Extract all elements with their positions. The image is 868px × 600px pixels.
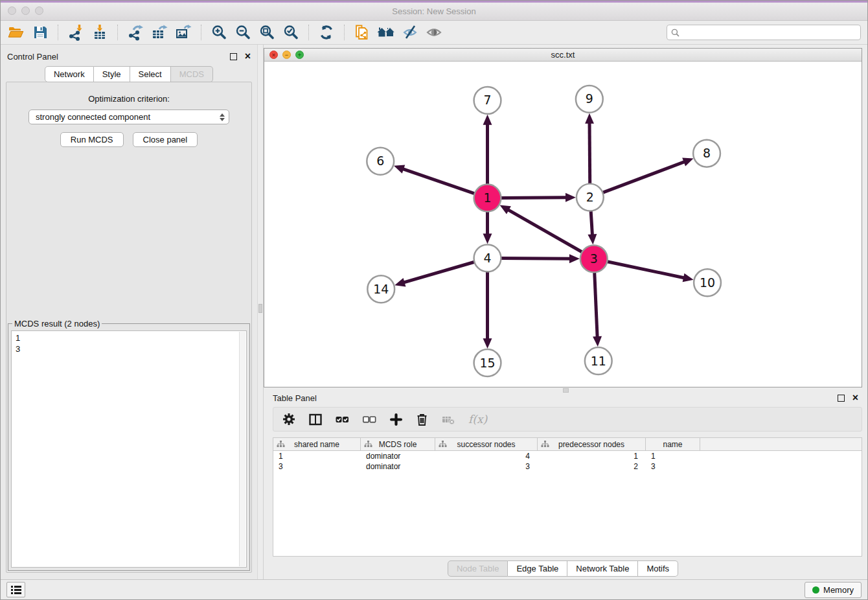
table-cell[interactable]: 3 (273, 461, 361, 472)
table-cell[interactable]: 1 (646, 451, 700, 461)
search-box[interactable] (667, 25, 861, 40)
close-panel-button[interactable]: × (852, 394, 858, 402)
graph-edge-1-6[interactable] (402, 168, 475, 194)
zoom-fit-icon (258, 24, 275, 41)
graph-edge-2-9[interactable] (589, 122, 590, 185)
zoom-in-button[interactable] (210, 23, 228, 41)
zoom-selected-button[interactable] (282, 23, 300, 41)
result-scrollbar[interactable] (239, 332, 246, 566)
column-settings-button[interactable] (282, 413, 295, 426)
delete-columns-button[interactable] (416, 413, 428, 426)
select-all-button[interactable] (336, 413, 349, 426)
zoom-fit-button[interactable] (258, 23, 276, 41)
export-table-button[interactable] (150, 23, 168, 41)
tab-network-table[interactable]: Network Table (567, 560, 638, 577)
split-view-icon (309, 413, 322, 426)
graph-edge-4-14[interactable] (404, 262, 475, 283)
tab-motifs[interactable]: Motifs (638, 560, 678, 577)
close-panel-button[interactable]: × (245, 52, 251, 60)
delete-table-icon (442, 413, 455, 425)
table-cell[interactable]: 3 (435, 461, 538, 472)
show-all-button[interactable] (425, 23, 443, 41)
deselect-all-button[interactable] (363, 413, 376, 426)
hide-selected-button[interactable] (401, 23, 419, 41)
column-header-predecessor-nodes[interactable]: predecessor nodes (538, 438, 646, 450)
split-table-button[interactable] (309, 413, 322, 426)
minimize-network-button[interactable]: − (282, 51, 291, 59)
export-image-button[interactable] (174, 23, 192, 41)
first-neighbors-button[interactable] (377, 23, 395, 41)
vertical-splitter[interactable] (257, 45, 264, 579)
tab-mcds[interactable]: MCDS (171, 66, 213, 82)
optimization-criterion-label: Optimization criterion: (88, 94, 170, 104)
run-mcds-button[interactable]: Run MCDS (60, 132, 124, 147)
table-cell[interactable]: 1 (273, 451, 361, 461)
eye-icon (426, 24, 442, 41)
graph-edge-2-8[interactable] (602, 161, 685, 192)
table-cell[interactable]: dominator (361, 451, 435, 461)
import-network-icon (67, 24, 84, 41)
column-header-name[interactable]: name (646, 438, 700, 450)
horizontal-splitter[interactable] (264, 387, 862, 391)
import-table-button[interactable] (91, 23, 109, 41)
export-network-button[interactable] (126, 23, 144, 41)
graph-edge-2-3[interactable] (591, 211, 592, 236)
splitter-grip[interactable] (563, 388, 569, 393)
save-session-button[interactable] (31, 23, 49, 41)
maximize-window-button[interactable] (35, 6, 43, 15)
graph-edge-arrowhead (682, 158, 693, 167)
network-window-titlebar[interactable]: × − + scc.txt (264, 49, 862, 62)
add-column-button[interactable] (390, 413, 402, 426)
graph-edge-3-1[interactable] (508, 209, 583, 252)
graph-edge-4-3[interactable] (500, 258, 571, 259)
criterion-select[interactable]: strongly connected component (29, 110, 229, 124)
tab-style[interactable]: Style (94, 66, 130, 82)
attribute-type-icon (364, 441, 372, 448)
column-header-successor-nodes[interactable]: successor nodes (435, 438, 538, 450)
refresh-view-button[interactable] (317, 23, 336, 41)
maximize-network-button[interactable]: + (295, 51, 304, 59)
splitter-grip[interactable] (258, 304, 262, 313)
table-cell[interactable]: 3 (646, 461, 700, 472)
eye-slash-icon (402, 24, 418, 41)
network-graph: 1234678910111415 (264, 62, 862, 387)
close-panel-button[interactable]: Close panel (133, 132, 198, 147)
close-window-button[interactable] (8, 6, 16, 15)
search-input[interactable] (682, 27, 856, 38)
criterion-selected-value: strongly connected component (36, 112, 220, 122)
minimize-window-button[interactable] (21, 6, 30, 15)
column-header-MCDS-role[interactable]: MCDS role (361, 438, 435, 450)
table-row[interactable]: 3dominator323 (273, 461, 862, 472)
table-cell[interactable]: 1 (538, 451, 646, 461)
mcds-result-text[interactable]: 13 (11, 330, 247, 568)
toolbar-separator (344, 25, 345, 40)
float-panel-button[interactable] (838, 395, 845, 402)
table-row[interactable]: 1dominator411 (273, 451, 862, 461)
tab-node-table[interactable]: Node Table (448, 560, 508, 577)
zoom-out-button[interactable] (234, 23, 252, 41)
table-cell[interactable]: dominator (361, 461, 435, 472)
export-network-icon (127, 24, 144, 41)
tab-select[interactable]: Select (130, 66, 171, 82)
delete-table-button[interactable] (442, 413, 455, 425)
graph-node-label: 6 (376, 154, 384, 168)
table-cell[interactable]: 2 (538, 461, 646, 472)
table-cell[interactable]: 4 (435, 451, 538, 461)
create-network-from-selection-button[interactable] (353, 23, 371, 41)
float-panel-button[interactable] (230, 53, 237, 60)
close-network-button[interactable]: × (269, 51, 278, 59)
memory-button[interactable]: Memory (805, 582, 862, 598)
task-history-button[interactable] (6, 582, 25, 597)
function-builder-button[interactable]: f(x) (468, 413, 487, 426)
tab-edge-table[interactable]: Edge Table (508, 560, 567, 577)
graph-edge-3-11[interactable] (595, 271, 597, 338)
graph-edge-3-10[interactable] (606, 261, 685, 277)
graph-node-label: 14 (373, 282, 389, 296)
graph-edge-1-2[interactable] (500, 198, 567, 198)
import-network-button[interactable] (67, 23, 85, 41)
network-canvas[interactable]: 1234678910111415 (264, 62, 862, 387)
tab-network[interactable]: Network (45, 66, 94, 82)
open-session-button[interactable] (7, 23, 25, 41)
zoom-out-icon (234, 24, 251, 41)
column-header-shared-name[interactable]: shared name (273, 438, 361, 450)
